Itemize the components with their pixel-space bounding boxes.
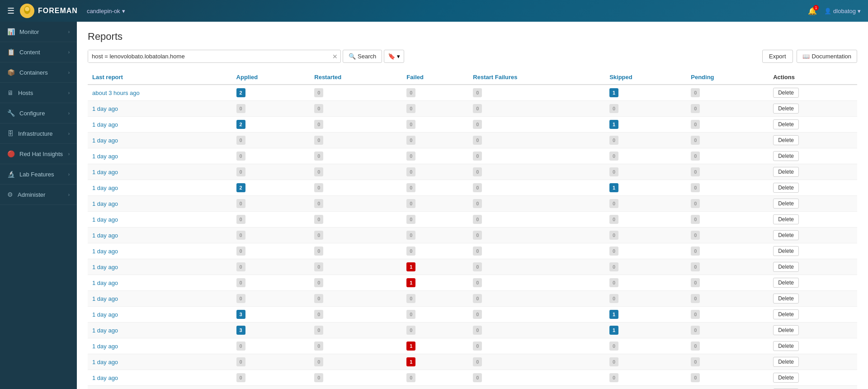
export-button[interactable]: Export [762, 50, 793, 63]
badge-restarted: 0 [314, 278, 323, 287]
redhat-insights-icon: 🔴 [7, 150, 15, 157]
report-link[interactable]: 1 day ago [92, 280, 118, 286]
col-header-failed[interactable]: Failed [402, 70, 468, 85]
bookmark-button[interactable]: 🔖 ▾ [384, 50, 404, 63]
cell-restarted: 0 [310, 133, 402, 148]
delete-button[interactable]: Delete [773, 183, 799, 193]
report-link[interactable]: 1 day ago [92, 137, 118, 144]
delete-button[interactable]: Delete [773, 341, 799, 351]
report-link[interactable]: about 3 hours ago [92, 90, 140, 96]
col-header-skipped[interactable]: Skipped [605, 70, 686, 85]
cell-actions: Delete [769, 259, 857, 275]
table-row: 1 day ago000000Delete [88, 148, 857, 164]
col-header-restarted[interactable]: Restarted [310, 70, 402, 85]
badge-skipped: 0 [609, 262, 618, 271]
delete-button[interactable]: Delete [773, 151, 799, 161]
report-link[interactable]: 1 day ago [92, 295, 118, 302]
report-link[interactable]: 1 day ago [92, 264, 118, 270]
delete-button[interactable]: Delete [773, 294, 799, 304]
delete-button[interactable]: Delete [773, 104, 799, 114]
sidebar-item-hosts[interactable]: 🖥 Hosts › [0, 83, 77, 103]
report-link[interactable]: 1 day ago [92, 216, 118, 223]
report-link[interactable]: 1 day ago [92, 311, 118, 318]
badge-applied: 0 [236, 262, 245, 271]
report-link[interactable]: 1 day ago [92, 232, 118, 239]
delete-button[interactable]: Delete [773, 262, 799, 272]
cell-last-report: 1 day ago [88, 370, 232, 386]
org-selector[interactable]: candlepin-ok ▾ [87, 8, 125, 14]
user-menu[interactable]: 👤 dlobatog ▾ [824, 8, 861, 14]
report-link[interactable]: 1 day ago [92, 105, 118, 112]
report-link[interactable]: 1 day ago [92, 169, 118, 176]
delete-button[interactable]: Delete [773, 373, 799, 383]
delete-button[interactable]: Delete [773, 246, 799, 256]
delete-button[interactable]: Delete [773, 119, 799, 129]
report-link[interactable]: 1 day ago [92, 121, 118, 128]
cell-actions: Delete [769, 291, 857, 307]
monitor-icon: 📊 [7, 28, 15, 35]
report-link[interactable]: 1 day ago [92, 248, 118, 255]
sidebar-item-content[interactable]: 📋 Content › [0, 42, 77, 62]
sidebar-item-administer[interactable]: ⚙ Administer › [0, 185, 77, 205]
delete-button[interactable]: Delete [773, 309, 799, 319]
sidebar-item-label-lab-features: Lab Features [19, 171, 64, 178]
badge-pending: 0 [691, 167, 700, 176]
table-row: 1 day ago000000Delete [88, 101, 857, 117]
cell-skipped: 0 [605, 370, 686, 386]
col-header-applied[interactable]: Applied [232, 70, 310, 85]
cell-restart-failures: 0 [468, 101, 605, 117]
badge-failed: 0 [406, 326, 415, 335]
hamburger-icon[interactable]: ☰ [7, 6, 14, 16]
report-link[interactable]: 1 day ago [92, 200, 118, 207]
badge-skipped: 0 [609, 342, 618, 351]
sidebar-item-containers[interactable]: 📦 Containers › [0, 62, 77, 83]
col-header-last_report[interactable]: Last report [88, 70, 232, 85]
delete-button[interactable]: Delete [773, 167, 799, 177]
report-link[interactable]: 1 day ago [92, 375, 118, 381]
delete-button[interactable]: Delete [773, 325, 799, 335]
sidebar-item-monitor[interactable]: 📊 Monitor › [0, 22, 77, 42]
cell-last-report: 1 day ago [88, 180, 232, 196]
cell-restart-failures: 0 [468, 196, 605, 212]
badge-applied: 0 [236, 373, 245, 382]
delete-button[interactable]: Delete [773, 135, 799, 145]
badge-restart-failures: 0 [473, 247, 482, 256]
sidebar-item-redhat-insights[interactable]: 🔴 Red Hat Insights › [0, 144, 77, 164]
cell-applied: 0 [232, 148, 310, 164]
cell-restart-failures: 0 [468, 180, 605, 196]
col-header-restart_failures[interactable]: Restart Failures [468, 70, 605, 85]
search-button[interactable]: 🔍 Search [343, 50, 382, 63]
col-header-pending[interactable]: Pending [686, 70, 769, 85]
delete-button[interactable]: Delete [773, 230, 799, 240]
badge-restarted: 0 [314, 152, 323, 161]
cell-applied: 0 [232, 164, 310, 180]
report-link[interactable]: 1 day ago [92, 359, 118, 365]
delete-button[interactable]: Delete [773, 199, 799, 209]
badge-applied: 0 [236, 278, 245, 287]
delete-button[interactable]: Delete [773, 357, 799, 367]
badge-pending: 0 [691, 104, 700, 113]
report-link[interactable]: 1 day ago [92, 343, 118, 350]
sidebar-item-lab-features[interactable]: 🔬 Lab Features › [0, 164, 77, 185]
delete-button[interactable]: Delete [773, 278, 799, 288]
search-clear-button[interactable]: ✕ [330, 53, 340, 60]
sidebar-item-configure[interactable]: 🔧 Configure › [0, 103, 77, 123]
cell-skipped: 0 [605, 338, 686, 354]
report-link[interactable]: 1 day ago [92, 153, 118, 160]
sidebar-item-infrastructure[interactable]: 🗄 Infrastructure › [0, 123, 77, 144]
report-link[interactable]: 1 day ago [92, 185, 118, 191]
delete-button[interactable]: Delete [773, 214, 799, 224]
search-input[interactable] [88, 50, 330, 62]
cell-last-report: 1 day ago [88, 354, 232, 370]
report-link[interactable]: 1 day ago [92, 327, 118, 334]
delete-button[interactable]: Delete [773, 88, 799, 98]
cell-restart-failures: 0 [468, 307, 605, 323]
reports-table: Last reportAppliedRestartedFailedRestart… [88, 70, 857, 389]
badge-pending: 0 [691, 199, 700, 208]
cell-applied: 0 [232, 275, 310, 291]
badge-skipped: 0 [609, 199, 618, 208]
table-row: 1 day ago000000Delete [88, 370, 857, 386]
notification-icon[interactable]: 🔔 1 [808, 7, 817, 15]
documentation-button[interactable]: 📖 Documentation [797, 50, 857, 63]
badge-skipped: 0 [609, 231, 618, 240]
